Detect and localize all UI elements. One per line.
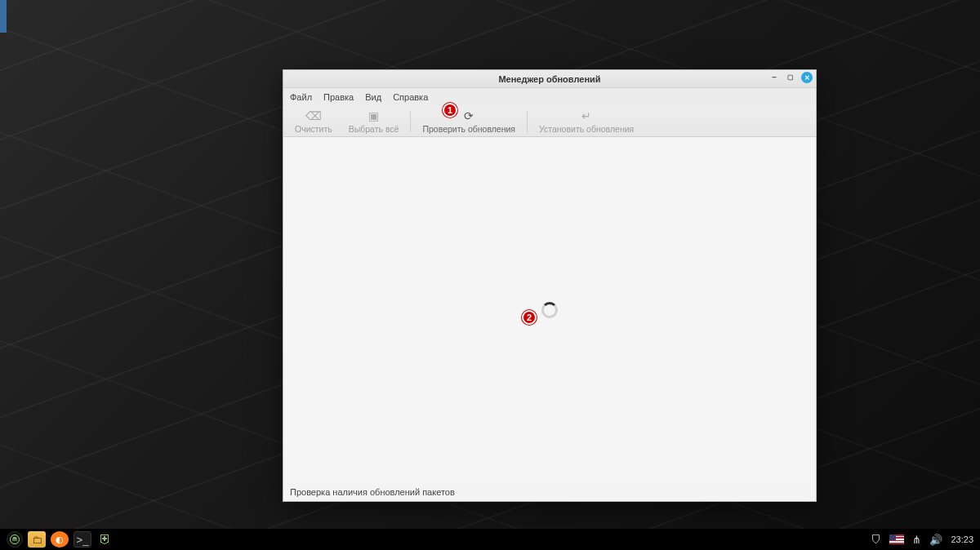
menu-edit[interactable]: Правка xyxy=(323,92,354,102)
desktop-background: Менеджер обновлений Файл Правка Вид Спра… xyxy=(0,0,980,550)
toolbar-clear-label: Очистить xyxy=(295,124,332,134)
status-bar: Проверка наличия обновлений пакетов xyxy=(283,483,816,501)
window-minimize-button[interactable] xyxy=(768,72,780,83)
toolbar-separator xyxy=(410,111,411,132)
tray-clock[interactable]: 23:23 xyxy=(951,534,973,544)
toolbar-check-label: Проверить обновления xyxy=(422,124,515,134)
taskbar: 🗀 ◐ >_ ⛨ ⛉ ⋔ 🔊 23:23 xyxy=(0,529,980,550)
toolbar: ⌫ Очистить ▣ Выбрать всё ⟳ Проверить обн… xyxy=(283,106,816,137)
toolbar-install-updates-button[interactable]: ↵ Установить обновления xyxy=(531,106,642,136)
refresh-icon: ⟳ xyxy=(464,109,474,122)
window-controls xyxy=(768,72,813,83)
menu-file[interactable]: Файл xyxy=(290,92,312,102)
taskbar-firefox-button[interactable]: ◐ xyxy=(51,531,69,548)
toolbar-separator xyxy=(527,111,528,132)
menu-help[interactable]: Справка xyxy=(393,92,428,102)
window-title: Менеджер обновлений xyxy=(498,74,600,84)
update-manager-window: Менеджер обновлений Файл Правка Вид Спра… xyxy=(283,69,817,502)
loading-spinner-icon xyxy=(541,302,558,318)
toolbar-select-all-label: Выбрать всё xyxy=(349,124,399,134)
toolbar-install-label: Установить обновления xyxy=(539,124,634,134)
install-icon: ↵ xyxy=(581,109,591,122)
menu-view[interactable]: Вид xyxy=(365,92,381,102)
select-all-icon: ▣ xyxy=(368,109,379,122)
terminal-icon: >_ xyxy=(77,534,89,546)
toolbar-clear-button[interactable]: ⌫ Очистить xyxy=(287,106,341,136)
window-maximize-button[interactable] xyxy=(785,72,796,83)
start-menu-button[interactable] xyxy=(7,531,23,548)
tray-network-icon[interactable]: ⋔ xyxy=(912,534,921,546)
mint-logo-icon xyxy=(10,534,20,544)
firefox-icon: ◐ xyxy=(56,534,64,545)
tray-volume-icon[interactable]: 🔊 xyxy=(929,534,942,546)
toolbar-check-updates-button[interactable]: ⟳ Проверить обновления xyxy=(414,106,523,136)
update-list-area xyxy=(283,137,816,483)
taskbar-left: 🗀 ◐ >_ ⛨ xyxy=(7,531,114,548)
tray-security-icon[interactable]: ⛉ xyxy=(871,534,881,546)
status-text: Проверка наличия обновлений пакетов xyxy=(290,487,455,497)
toolbar-select-all-button[interactable]: ▣ Выбрать всё xyxy=(341,106,408,136)
folder-icon: 🗀 xyxy=(32,534,42,546)
taskbar-update-manager-button[interactable]: ⛨ xyxy=(96,531,114,548)
taskbar-files-button[interactable]: 🗀 xyxy=(28,531,46,548)
taskbar-terminal-button[interactable]: >_ xyxy=(74,531,91,548)
shield-icon: ⛨ xyxy=(99,532,112,547)
tray-keyboard-layout-icon[interactable] xyxy=(889,534,904,544)
menu-bar: Файл Правка Вид Справка xyxy=(283,88,816,106)
taskbar-tray: ⛉ ⋔ 🔊 23:23 xyxy=(871,534,973,546)
window-close-button[interactable] xyxy=(801,72,813,83)
window-titlebar[interactable]: Менеджер обновлений xyxy=(283,70,816,88)
clear-icon: ⌫ xyxy=(305,109,322,122)
